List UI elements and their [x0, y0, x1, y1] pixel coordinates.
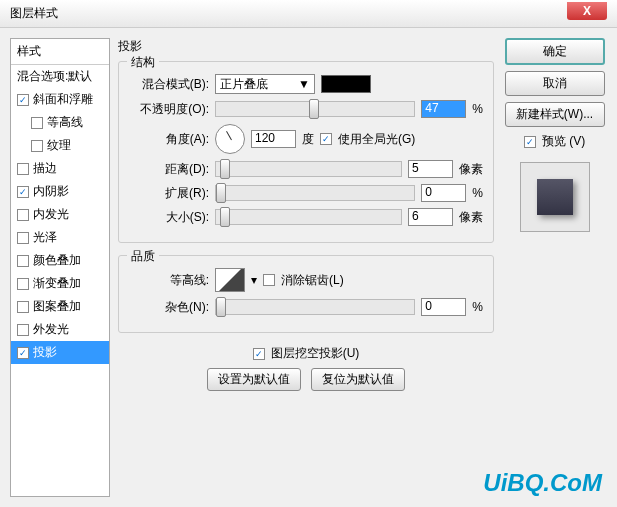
distance-slider[interactable]	[215, 161, 402, 177]
new-style-button[interactable]: 新建样式(W)...	[505, 102, 605, 127]
angle-input[interactable]: 120	[251, 130, 296, 148]
sidebar-header: 样式	[11, 39, 109, 65]
titlebar: 图层样式 X	[0, 0, 617, 28]
size-unit: 像素	[459, 209, 483, 226]
structure-title: 结构	[127, 54, 159, 71]
checkbox-icon[interactable]	[17, 278, 29, 290]
ok-button[interactable]: 确定	[505, 38, 605, 65]
preview-checkbox[interactable]	[524, 136, 536, 148]
sidebar-item-pattern-overlay[interactable]: 图案叠加	[11, 295, 109, 318]
panel-title: 投影	[118, 38, 494, 55]
spread-label: 扩展(R):	[129, 185, 209, 202]
checkbox-icon[interactable]	[17, 94, 29, 106]
checkbox-icon[interactable]	[31, 117, 43, 129]
window-title: 图层样式	[10, 5, 58, 22]
right-panel: 确定 取消 新建样式(W)... 预览 (V)	[502, 38, 607, 497]
distance-label: 距离(D):	[129, 161, 209, 178]
opacity-unit: %	[472, 102, 483, 116]
global-light-checkbox[interactable]	[320, 133, 332, 145]
opacity-input[interactable]: 47	[421, 100, 466, 118]
sidebar-item-contour[interactable]: 等高线	[11, 111, 109, 134]
global-light-label: 使用全局光(G)	[338, 131, 415, 148]
structure-group: 结构 混合模式(B): 正片叠底▼ 不透明度(O): 47 % 角度(A): 1…	[118, 61, 494, 243]
checkbox-icon[interactable]	[17, 232, 29, 244]
blend-mode-label: 混合模式(B):	[129, 76, 209, 93]
quality-title: 品质	[127, 248, 159, 265]
checkbox-icon[interactable]	[17, 255, 29, 267]
checkbox-icon[interactable]	[17, 301, 29, 313]
distance-unit: 像素	[459, 161, 483, 178]
sidebar-item-color-overlay[interactable]: 颜色叠加	[11, 249, 109, 272]
size-slider[interactable]	[215, 209, 402, 225]
spread-input[interactable]: 0	[421, 184, 466, 202]
blend-mode-select[interactable]: 正片叠底▼	[215, 74, 315, 94]
contour-label: 等高线:	[129, 272, 209, 289]
sidebar-item-gradient-overlay[interactable]: 渐变叠加	[11, 272, 109, 295]
close-button[interactable]: X	[567, 2, 607, 20]
sidebar-item-blend-options[interactable]: 混合选项:默认	[11, 65, 109, 88]
cancel-button[interactable]: 取消	[505, 71, 605, 96]
angle-dial[interactable]	[215, 124, 245, 154]
distance-input[interactable]: 5	[408, 160, 453, 178]
checkbox-icon[interactable]	[17, 186, 29, 198]
angle-unit: 度	[302, 131, 314, 148]
noise-label: 杂色(N):	[129, 299, 209, 316]
checkbox-icon[interactable]	[17, 347, 29, 359]
preview-swatch	[537, 179, 573, 215]
sidebar-item-bevel[interactable]: 斜面和浮雕	[11, 88, 109, 111]
watermark: UiBQ.CoM	[483, 469, 602, 497]
checkbox-icon[interactable]	[31, 140, 43, 152]
chevron-down-icon: ▼	[298, 77, 310, 91]
knockout-label: 图层挖空投影(U)	[271, 345, 360, 362]
sidebar-item-inner-shadow[interactable]: 内阴影	[11, 180, 109, 203]
size-input[interactable]: 6	[408, 208, 453, 226]
noise-slider[interactable]	[215, 299, 415, 315]
sidebar-item-stroke[interactable]: 描边	[11, 157, 109, 180]
antialias-label: 消除锯齿(L)	[281, 272, 344, 289]
styles-sidebar: 样式 混合选项:默认 斜面和浮雕 等高线 纹理 描边 内阴影 内发光 光泽 颜色…	[10, 38, 110, 497]
spread-slider[interactable]	[215, 185, 415, 201]
preview-box	[520, 162, 590, 232]
angle-label: 角度(A):	[129, 131, 209, 148]
noise-input[interactable]: 0	[421, 298, 466, 316]
contour-picker[interactable]	[215, 268, 245, 292]
opacity-slider[interactable]	[215, 101, 415, 117]
close-icon: X	[583, 4, 591, 18]
sidebar-item-texture[interactable]: 纹理	[11, 134, 109, 157]
settings-panel: 投影 结构 混合模式(B): 正片叠底▼ 不透明度(O): 47 % 角度(A)…	[118, 38, 494, 497]
reset-default-button[interactable]: 复位为默认值	[311, 368, 405, 391]
sidebar-item-satin[interactable]: 光泽	[11, 226, 109, 249]
knockout-checkbox[interactable]	[253, 348, 265, 360]
color-swatch[interactable]	[321, 75, 371, 93]
spread-unit: %	[472, 186, 483, 200]
antialias-checkbox[interactable]	[263, 274, 275, 286]
sidebar-item-outer-glow[interactable]: 外发光	[11, 318, 109, 341]
sidebar-item-inner-glow[interactable]: 内发光	[11, 203, 109, 226]
noise-unit: %	[472, 300, 483, 314]
chevron-down-icon[interactable]: ▾	[251, 273, 257, 287]
quality-group: 品质 等高线: ▾ 消除锯齿(L) 杂色(N): 0 %	[118, 255, 494, 333]
checkbox-icon[interactable]	[17, 163, 29, 175]
preview-label: 预览 (V)	[542, 133, 585, 150]
opacity-label: 不透明度(O):	[129, 101, 209, 118]
main-content: 样式 混合选项:默认 斜面和浮雕 等高线 纹理 描边 内阴影 内发光 光泽 颜色…	[0, 28, 617, 507]
set-default-button[interactable]: 设置为默认值	[207, 368, 301, 391]
checkbox-icon[interactable]	[17, 324, 29, 336]
sidebar-item-drop-shadow[interactable]: 投影	[11, 341, 109, 364]
size-label: 大小(S):	[129, 209, 209, 226]
checkbox-icon[interactable]	[17, 209, 29, 221]
